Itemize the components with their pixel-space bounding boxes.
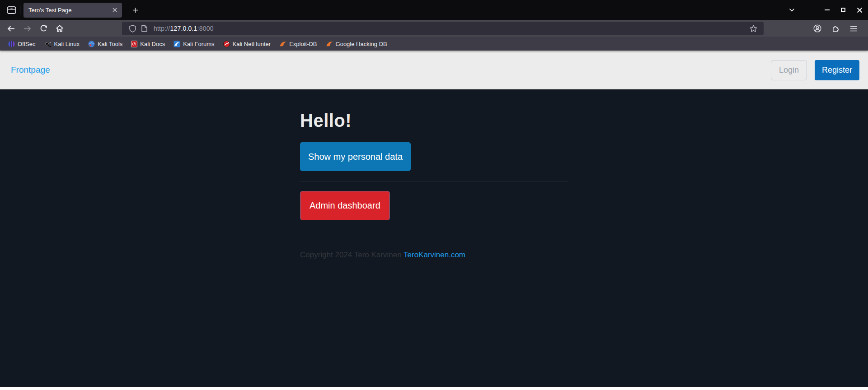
bookmarks-toolbar: OffSec Kali Linux Kali Tools: [0, 37, 868, 51]
bookmark-label: Google Hacking DB: [336, 41, 387, 47]
content-divider: [300, 181, 568, 181]
chevron-down-icon: [789, 8, 795, 12]
bookmark-exploit-db[interactable]: Exploit-DB: [277, 39, 319, 49]
content-container: Hello! Show my personal data Admin dashb…: [300, 111, 568, 260]
menu-button[interactable]: [846, 22, 861, 35]
bookmark-google-hacking-db[interactable]: Google Hacking DB: [324, 39, 389, 49]
bookmark-star-button[interactable]: [747, 23, 759, 34]
account-button[interactable]: [810, 22, 825, 35]
close-icon: [113, 8, 117, 12]
bookmark-kali-forums[interactable]: Kali Forums: [172, 39, 216, 49]
extensions-button[interactable]: [828, 22, 843, 35]
bookmark-label: Kali Docs: [140, 41, 165, 47]
page-content: Hello! Show my personal data Admin dashb…: [0, 89, 868, 387]
url-text: http://127.0.0.1:8000: [154, 25, 747, 32]
tracking-protection-button[interactable]: [127, 23, 138, 34]
tab-teros-test-page[interactable]: Tero's Test Page: [23, 3, 122, 18]
back-arrow-icon: [7, 25, 15, 32]
account-icon: [813, 24, 821, 32]
terokarvinen-link[interactable]: TeroKarvinen.com: [404, 251, 465, 259]
frontpage-link[interactable]: Frontpage: [11, 65, 50, 75]
url-port: :8000: [197, 25, 214, 32]
navigation-toolbar: http://127.0.0.1:8000: [0, 20, 868, 37]
close-icon: [857, 7, 863, 13]
tabbar-divider: [20, 5, 20, 15]
hamburger-icon: [850, 26, 857, 32]
bottom-white-strip: [0, 387, 868, 390]
home-button[interactable]: [52, 22, 67, 35]
exploit-db-icon: [279, 41, 286, 47]
header-actions: Login Register: [771, 60, 859, 80]
kali-forums-icon: [174, 41, 180, 47]
copyright-text: Copyright 2024 Tero Karvinen: [300, 251, 402, 259]
bookmark-label: Kali Forums: [183, 41, 214, 47]
window-maximize-button[interactable]: [836, 4, 850, 16]
bookmark-kali-docs[interactable]: Kali Docs: [129, 39, 167, 49]
list-all-tabs-button[interactable]: [785, 3, 798, 17]
star-icon: [750, 25, 757, 32]
forward-button[interactable]: [20, 22, 34, 35]
bookmark-label: Exploit-DB: [289, 41, 317, 47]
plus-icon: [132, 7, 138, 13]
bookmark-offsec[interactable]: OffSec: [6, 39, 38, 49]
reload-icon: [40, 25, 47, 32]
page-heading: Hello!: [300, 111, 568, 131]
shield-icon: [129, 25, 136, 32]
bookmark-kali-tools[interactable]: Kali Tools: [86, 39, 124, 49]
url-scheme: http://: [154, 25, 170, 32]
kali-docs-icon: [131, 41, 137, 47]
admin-dashboard-button[interactable]: Admin dashboard: [300, 191, 390, 220]
firefox-view-button[interactable]: [4, 3, 19, 17]
bookmark-kali-linux[interactable]: Kali Linux: [42, 39, 81, 49]
firefox-view-icon: [7, 6, 16, 14]
page-icon: [141, 25, 147, 32]
window-close-button[interactable]: [853, 4, 866, 16]
google-hacking-db-icon: [326, 41, 333, 47]
maximize-icon: [841, 8, 845, 12]
url-bar[interactable]: http://127.0.0.1:8000: [122, 22, 764, 35]
site-header: Frontpage Login Register: [0, 51, 868, 89]
login-button[interactable]: Login: [771, 60, 807, 80]
bookmark-label: Kali NetHunter: [233, 41, 271, 47]
toolbar-right-group: [810, 22, 864, 35]
minimize-icon: [825, 9, 830, 10]
kali-tools-icon: [88, 41, 95, 47]
show-personal-data-button[interactable]: Show my personal data: [300, 142, 411, 171]
back-button[interactable]: [4, 22, 18, 35]
browser-window: Tero's Test Page: [0, 0, 868, 390]
page-info-button[interactable]: [138, 23, 150, 34]
url-host: 127.0.0.1: [170, 25, 197, 32]
tab-close-button[interactable]: [110, 5, 119, 14]
bookmark-label: Kali Tools: [98, 41, 122, 47]
bookmark-label: Kali Linux: [54, 41, 80, 47]
new-tab-button[interactable]: [128, 3, 142, 17]
window-minimize-button[interactable]: [820, 4, 834, 16]
puzzle-piece-icon: [831, 24, 840, 32]
bookmark-label: OffSec: [18, 41, 36, 47]
tab-bar: Tero's Test Page: [0, 0, 868, 20]
kali-dragon-icon: [44, 41, 52, 47]
offsec-icon: [8, 41, 15, 47]
tab-title: Tero's Test Page: [28, 7, 110, 14]
footer: Copyright 2024 Tero Karvinen TeroKarvine…: [300, 251, 568, 260]
forward-arrow-icon: [23, 25, 31, 32]
kali-nethunter-icon: [223, 41, 230, 47]
bookmark-kali-nethunter[interactable]: Kali NetHunter: [221, 39, 273, 49]
register-button[interactable]: Register: [815, 60, 859, 80]
reload-button[interactable]: [36, 22, 51, 35]
home-icon: [56, 25, 64, 32]
